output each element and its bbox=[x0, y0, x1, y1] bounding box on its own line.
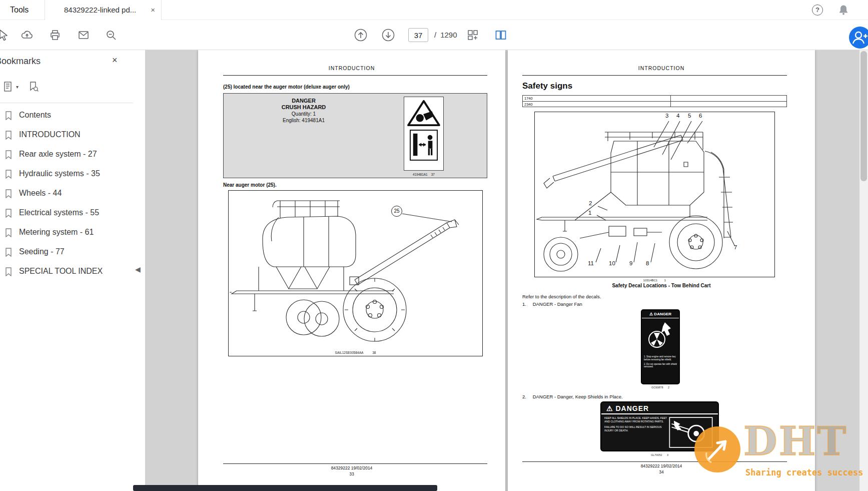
decal1-notes: 1. Stop engine and remove key before rem… bbox=[642, 354, 679, 371]
footer-rule bbox=[223, 463, 487, 464]
help-button[interactable]: ? bbox=[812, 5, 823, 16]
vertical-scrollbar[interactable] bbox=[859, 50, 868, 491]
facing-pages-view-icon[interactable] bbox=[495, 29, 507, 41]
decal-part-number: English: 419481A1 bbox=[234, 117, 374, 124]
tab-document[interactable]: 84329222-linked pd... × bbox=[45, 0, 162, 20]
callout-1: 1 bbox=[588, 210, 591, 216]
decal-quantity: Quantity: 1 bbox=[234, 111, 374, 117]
bookmark-icon bbox=[5, 228, 12, 237]
page-number-input[interactable] bbox=[408, 28, 428, 42]
zoom-out-icon[interactable] bbox=[105, 29, 117, 41]
bookmarks-list-caret-icon[interactable]: ▾ bbox=[16, 84, 19, 90]
decal-subtitle: CRUSH HAZARD bbox=[234, 104, 374, 111]
panel-collapse-icon[interactable]: ◀ bbox=[135, 265, 141, 273]
cloud-upload-icon[interactable] bbox=[21, 29, 33, 41]
warning-triangle-icon bbox=[406, 99, 441, 128]
select-tool-icon[interactable] bbox=[0, 29, 10, 41]
bookmarks-toolbar: ▾ bbox=[0, 79, 145, 99]
list-number: 1. bbox=[522, 301, 531, 307]
air-cart-drawing bbox=[229, 191, 482, 356]
danger-fan-decal: ⚠ DANGER 1. Stop engine and remove key b… bbox=[641, 309, 680, 384]
page-count-separator: / bbox=[434, 31, 436, 39]
figure33-fig-number: 38 bbox=[372, 351, 376, 354]
sidebar-item-hydraulic[interactable]: Hydraulic systems - 35 bbox=[0, 167, 133, 183]
decal2-body: KEEP ALL SHIELDS IN PLACE. KEEP HANDS, F… bbox=[601, 414, 718, 450]
sidebar-item-rear-axle[interactable]: Rear axle system - 27 bbox=[0, 147, 133, 163]
decal2-ref: GL70052 3 bbox=[600, 453, 719, 456]
sidebar-item-label: Metering system - 61 bbox=[19, 228, 94, 237]
decal2-fig-number: 3 bbox=[667, 453, 668, 456]
sidebar-item-contents[interactable]: Contents bbox=[0, 108, 133, 124]
decal2-warning-2: FAILURE TO DO SO WILL RESULT IN SERIOUS … bbox=[604, 425, 668, 432]
decal1-note-2: 2. Do not operate fan with shield remove… bbox=[644, 363, 677, 369]
sidebar-item-metering[interactable]: Metering system - 61 bbox=[0, 225, 133, 241]
sidebar-item-label: Wheels - 44 bbox=[19, 189, 62, 198]
decal1-fig-number: 2 bbox=[668, 386, 669, 389]
bookmark-icon bbox=[5, 150, 12, 159]
tow-behind-cart-drawing bbox=[535, 112, 774, 277]
page34-number: 34 bbox=[508, 469, 815, 474]
decal1-header-text: DANGER bbox=[654, 312, 671, 316]
refer-text: Refer to the description of the decals. bbox=[522, 294, 601, 299]
decal2-header-text: DANGER bbox=[615, 404, 649, 412]
list-text: DANGER - Danger, Keep Shields in Place. bbox=[533, 394, 623, 399]
sidebar-item-special-tool-index[interactable]: SPECIAL TOOL INDEX bbox=[0, 264, 133, 280]
account-share-button[interactable] bbox=[849, 27, 868, 49]
callout-10: 10 bbox=[609, 260, 615, 266]
model-table: 1740 2340 bbox=[522, 95, 787, 107]
organize-pages-icon[interactable] bbox=[467, 29, 479, 41]
keep-shields-decal: ⚠ DANGER KEEP ALL SHIELDS IN PLACE. KEEP… bbox=[600, 401, 719, 451]
page34-running-header: INTRODUCTION bbox=[508, 65, 815, 71]
vertical-scrollbar-thumb[interactable] bbox=[860, 51, 867, 181]
page33-note: Near auger motor (25). bbox=[223, 182, 277, 188]
figure34-ref-code: 10314BC1 bbox=[643, 279, 657, 282]
locate-bookmark-icon[interactable] bbox=[28, 81, 39, 92]
bookmark-icon bbox=[5, 189, 12, 198]
sidebar-item-seeding[interactable]: Seeding - 77 bbox=[0, 245, 133, 261]
decal-fig-number: 37 bbox=[431, 173, 435, 176]
decal1-note-1: 1. Stop engine and remove key before rem… bbox=[644, 355, 677, 361]
figure33-ref-code: SAIL12SE00584AA bbox=[335, 351, 364, 354]
page-down-button[interactable] bbox=[382, 29, 395, 42]
tab-close-icon[interactable]: × bbox=[151, 0, 155, 20]
tab-tools[interactable]: Tools bbox=[0, 0, 45, 20]
decal-info-table: DANGER CRUSH HAZARD Quantity: 1 English:… bbox=[223, 93, 487, 178]
decal-list-item-1: 1. DANGER - Danger Fan bbox=[522, 301, 582, 307]
table-row: 2340 bbox=[523, 101, 786, 107]
bookmark-icon bbox=[5, 267, 12, 276]
notifications-bell-icon[interactable] bbox=[837, 4, 849, 16]
callout-2: 2 bbox=[589, 200, 592, 206]
sidebar-item-introduction[interactable]: INTRODUCTION bbox=[0, 128, 133, 144]
page33-lead-text: (25) located near the auger motor (delux… bbox=[223, 84, 350, 90]
tab-document-label: 84329222-linked pd... bbox=[64, 0, 136, 20]
print-icon[interactable] bbox=[49, 29, 61, 41]
email-icon[interactable] bbox=[78, 29, 90, 41]
callout-9: 9 bbox=[629, 260, 632, 266]
figure34-ref: 10314BC1 1 bbox=[534, 279, 775, 282]
decal2-warning-1: KEEP ALL SHIELDS IN PLACE. KEEP HANDS, F… bbox=[604, 416, 668, 423]
bookmarks-list-icon[interactable] bbox=[3, 81, 14, 92]
header-rule bbox=[223, 75, 487, 76]
pinch-roller-pictogram bbox=[668, 416, 713, 448]
pdf-page-33: INTRODUCTION (25) located near the auger… bbox=[198, 50, 505, 491]
callout-7: 7 bbox=[734, 244, 737, 250]
sidebar-item-wheels[interactable]: Wheels - 44 bbox=[0, 186, 133, 202]
list-text: DANGER - Danger Fan bbox=[533, 301, 582, 307]
stand-clear-symbol bbox=[410, 130, 438, 161]
callout-5: 5 bbox=[688, 113, 691, 119]
model-cell: 1740 bbox=[523, 96, 671, 101]
decal1-ref-code: GC60878 bbox=[651, 386, 663, 389]
crush-hazard-decal-image bbox=[404, 97, 444, 171]
sidebar-item-electrical[interactable]: Electrical systems - 55 bbox=[0, 206, 133, 222]
bookmarks-close-icon[interactable]: × bbox=[112, 55, 118, 66]
table-row: 1740 bbox=[523, 96, 786, 101]
page-up-button[interactable] bbox=[354, 29, 367, 42]
bookmark-icon bbox=[5, 248, 12, 257]
tab-bar: Tools 84329222-linked pd... × ? bbox=[0, 0, 868, 20]
callout-8: 8 bbox=[646, 260, 649, 266]
empty-cell bbox=[671, 102, 786, 107]
warning-triangle-icon: ⚠ bbox=[606, 404, 613, 412]
page33-number: 33 bbox=[198, 471, 505, 476]
horizontal-scrollbar-thumb[interactable] bbox=[133, 485, 437, 491]
callout-6: 6 bbox=[699, 113, 702, 119]
